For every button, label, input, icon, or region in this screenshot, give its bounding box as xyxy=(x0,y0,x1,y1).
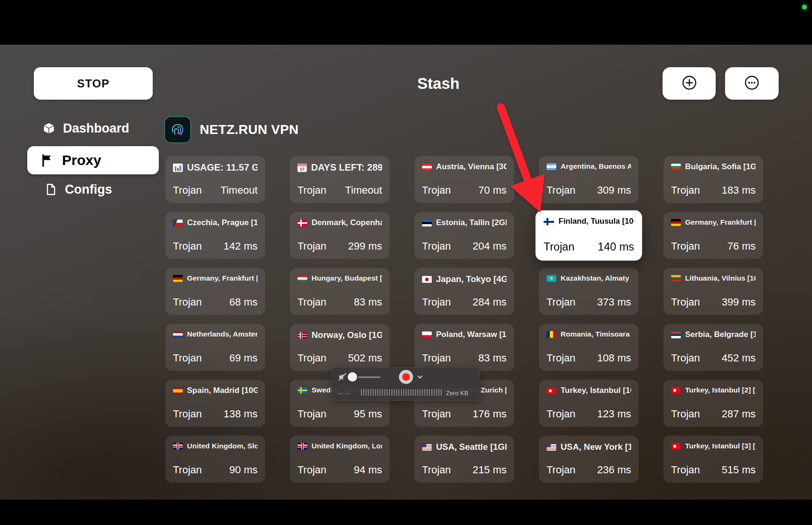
card-title: Austria, Vienna [3GBIT] xyxy=(436,162,507,172)
country-flag-icon xyxy=(422,444,432,451)
latency-value: 95 ms xyxy=(354,408,382,420)
recording-size: Zero KB xyxy=(446,390,468,397)
stat-card[interactable]: 17 DAYS LEFT: 289 Trojan Timeout xyxy=(290,156,390,203)
card-header: Turkey, Istanbul [3] [1GBIT] xyxy=(671,442,756,450)
latency-value: 83 ms xyxy=(354,296,382,308)
server-card[interactable]: Turkey, Istanbul [2] [1GBIT] Trojan 287 … xyxy=(664,380,763,427)
card-title: Serbia, Belgrade [1GBIT] xyxy=(685,330,756,339)
protocol-label: Trojan xyxy=(671,352,700,364)
card-title: Estonia, Tallin [2GBIT] xyxy=(436,218,507,227)
server-card[interactable]: USA, New York [1GBIT] Trojan 236 ms xyxy=(539,436,639,483)
card-title: Lithuania, Vilnius [1GBIT] xyxy=(685,274,756,282)
sidebar-item-configs[interactable]: Configs xyxy=(43,182,112,197)
server-card[interactable]: Kazakhstan, Almaty [1GBIT] Trojan 373 ms xyxy=(539,268,639,315)
audio-level-meter xyxy=(361,389,442,396)
server-card[interactable]: Netherlands, Amsterdam [… Trojan 69 ms xyxy=(165,324,265,371)
protocol-label: Trojan xyxy=(422,408,451,420)
country-flag-icon xyxy=(422,331,432,338)
card-title: Bulgaria, Sofia [1GBIT] xyxy=(685,162,756,172)
country-flag-icon xyxy=(173,443,183,450)
country-flag-icon xyxy=(173,331,183,338)
sidebar-item-dashboard[interactable]: Dashboard xyxy=(41,121,129,136)
country-flag-icon xyxy=(297,387,307,394)
card-header: Lithuania, Vilnius [1GBIT] xyxy=(671,274,756,282)
recording-toolbar[interactable]: --:-- Zero KB xyxy=(331,367,480,401)
country-flag-icon xyxy=(422,276,432,283)
latency-value: 452 ms xyxy=(722,352,756,364)
more-options-button[interactable] xyxy=(725,67,779,100)
server-card[interactable]: Serbia, Belgrade [1GBIT] Trojan 452 ms xyxy=(664,324,763,371)
protocol-label: Trojan xyxy=(671,296,700,308)
country-flag-icon xyxy=(547,331,556,338)
record-button[interactable] xyxy=(399,370,413,384)
server-card[interactable]: Poland, Warsaw [10GBIT] Trojan 83 ms xyxy=(414,324,514,371)
server-card[interactable]: Romania, Timisoara [1GBIT] Trojan 108 ms xyxy=(539,324,639,371)
card-title: Turkey, Istanbul [3] [1GBIT] xyxy=(685,442,756,450)
card-footer: Trojan 215 ms xyxy=(422,464,507,476)
server-card[interactable]: Czechia, Prague [1GBIT] Trojan 142 ms xyxy=(165,212,265,259)
card-footer: Trojan 142 ms xyxy=(173,240,258,252)
card-header: USA, Seattle [1GBIT] xyxy=(422,442,507,452)
volume-slider-track[interactable] xyxy=(358,376,381,378)
card-footer: Trojan 452 ms xyxy=(671,352,756,364)
card-title: United Kingdom, Slough [1… xyxy=(187,442,258,450)
server-card[interactable]: Japan, Tokyo [4GBIT] Trojan 284 ms xyxy=(414,268,514,315)
country-flag-icon xyxy=(671,275,681,282)
card-header: Czechia, Prague [1GBIT] xyxy=(173,218,258,227)
card-footer: Trojan Timeout xyxy=(297,184,382,196)
card-footer: Trojan 140 ms xyxy=(544,241,634,254)
card-header: Bulgaria, Sofia [1GBIT] xyxy=(671,162,756,172)
add-button[interactable] xyxy=(663,67,716,100)
card-header: Japan, Tokyo [4GBIT] xyxy=(422,274,507,284)
muted-speaker-icon[interactable] xyxy=(337,372,348,382)
stop-button[interactable]: STOP xyxy=(34,67,153,100)
country-flag-icon xyxy=(173,219,183,227)
country-flag-icon xyxy=(297,275,307,282)
server-card[interactable]: USA, Seattle [1GBIT] Trojan 215 ms xyxy=(414,436,514,483)
server-card[interactable]: Denmark, Copenhagen [3… Trojan 299 ms xyxy=(290,212,390,259)
cube-icon xyxy=(41,121,56,136)
server-card[interactable]: Germany, Frankfurt [2] [10… Trojan 68 ms xyxy=(165,268,265,315)
server-card[interactable]: Spain, Madrid [10GBIT] Trojan 138 ms xyxy=(165,380,265,427)
volume-slider-knob[interactable] xyxy=(348,372,357,382)
country-flag-icon xyxy=(671,331,681,338)
chevron-down-icon[interactable] xyxy=(416,373,424,381)
server-card[interactable]: Turkey, Istanbul [1GBIT] Trojan 123 ms xyxy=(539,380,639,427)
server-card[interactable]: Argentina, Buenos Aires [2… Trojan 309 m… xyxy=(539,156,639,203)
server-card[interactable]: Hungary, Budapest [10GBIT] Trojan 83 ms xyxy=(290,268,390,315)
country-flag-icon xyxy=(173,387,183,394)
protocol-label: Trojan xyxy=(173,408,202,420)
server-card[interactable]: Turkey, Istanbul [3] [1GBIT] Trojan 515 … xyxy=(664,436,763,483)
protocol-label: Trojan xyxy=(173,352,202,364)
server-card[interactable]: Bulgaria, Sofia [1GBIT] Trojan 183 ms xyxy=(664,156,763,203)
card-footer: Trojan 183 ms xyxy=(671,184,756,196)
protocol-label: Trojan xyxy=(422,184,451,196)
server-card[interactable]: Norway, Oslo [1GBIT] Trojan 502 ms xyxy=(290,324,390,371)
server-card[interactable]: Germany, Frankfurt [4GBIT] Trojan 76 ms xyxy=(664,212,763,259)
card-footer: Trojan 94 ms xyxy=(297,464,382,476)
server-card[interactable]: Lithuania, Vilnius [1GBIT] Trojan 399 ms xyxy=(664,268,763,315)
server-card[interactable]: Austria, Vienna [3GBIT] Trojan 70 ms xyxy=(414,156,514,203)
stat-card[interactable]: USAGE: 11.57 GB Trojan Timeout xyxy=(165,156,265,203)
card-footer: Trojan 69 ms xyxy=(173,352,258,364)
latency-value: 502 ms xyxy=(348,352,382,364)
sidebar-item-proxy[interactable]: Proxy xyxy=(27,146,159,174)
card-header: Germany, Frankfurt [2] [10… xyxy=(173,274,258,282)
server-card[interactable]: United Kingdom, London [… Trojan 94 ms xyxy=(290,436,390,483)
latency-value: 123 ms xyxy=(597,408,631,420)
flag-icon xyxy=(39,153,55,168)
latency-value: 215 ms xyxy=(473,464,507,476)
server-card[interactable]: United Kingdom, Slough [1… Trojan 90 ms xyxy=(165,436,265,483)
country-flag-icon xyxy=(422,219,432,227)
protocol-label: Trojan xyxy=(547,352,576,364)
latency-value: 90 ms xyxy=(229,464,258,476)
protocol-label: Trojan xyxy=(544,241,575,254)
latency-value: 373 ms xyxy=(597,296,631,308)
latency-value: 70 ms xyxy=(478,184,507,196)
card-title: Turkey, Istanbul [2] [1GBIT] xyxy=(685,386,756,394)
card-header: Romania, Timisoara [1GBIT] xyxy=(547,330,631,338)
server-card[interactable]: Finland, Tuusula [10GBIT] Trojan 140 ms xyxy=(536,211,642,261)
server-card[interactable]: Estonia, Tallin [2GBIT] Trojan 204 ms xyxy=(414,212,514,259)
card-footer: Trojan 83 ms xyxy=(297,296,382,308)
card-title: Norway, Oslo [1GBIT] xyxy=(312,330,382,340)
